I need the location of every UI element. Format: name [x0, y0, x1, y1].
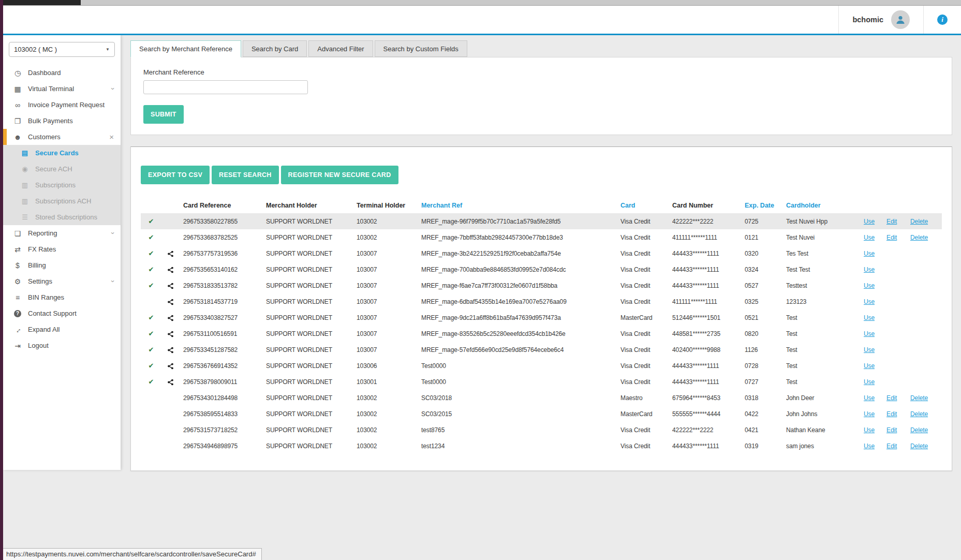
table-row: ✔ 2967538595514833 SUPPORT WORLDNET 1030… — [141, 406, 942, 422]
merchant-reference-input[interactable] — [143, 80, 308, 94]
use-link[interactable]: Use — [864, 218, 875, 225]
col-card[interactable]: Card — [620, 202, 672, 209]
app-header: bchomic i — [3, 5, 961, 35]
col-card-number: Card Number — [672, 202, 745, 209]
cell-merchant-holder: SUPPORT WORLDNET — [266, 298, 357, 305]
tab-search-by-card[interactable]: Search by Card — [243, 40, 307, 57]
avatar — [891, 10, 910, 29]
subscriptions-ach-icon: ▥ — [19, 197, 31, 205]
use-link[interactable]: Use — [864, 394, 875, 402]
sidebar-item[interactable]: ☰ Stored Subscriptions › × — [3, 209, 121, 225]
sidebar-item[interactable]: ☻ Customers › × — [3, 129, 121, 145]
use-link[interactable]: Use — [864, 266, 875, 273]
use-link[interactable]: Use — [864, 282, 875, 289]
cell-card-reference: 2967537757319536 — [179, 250, 266, 257]
sidebar-item[interactable]: ▥ Subscriptions ACH › × — [3, 193, 121, 209]
delete-link[interactable]: Delete — [910, 218, 928, 225]
cell-merchant-holder: SUPPORT WORLDNET — [266, 426, 357, 434]
register-new-secure-card-button[interactable]: REGISTER NEW SECURE CARD — [281, 166, 398, 184]
tab-advanced-filter[interactable]: Advanced Filter — [308, 40, 373, 57]
sidebar-item[interactable]: $ Billing › × — [3, 257, 121, 273]
edit-link[interactable]: Edit — [886, 234, 897, 241]
cell-exp-date: 0422 — [745, 410, 786, 418]
reset-search-button[interactable]: RESET SEARCH — [212, 166, 279, 184]
cell-exp-date: 0319 — [745, 443, 786, 450]
sidebar-item[interactable]: ❐ Bulk Payments › × — [3, 113, 121, 129]
sidebar-item[interactable]: ↔ Expand All › × — [3, 321, 121, 337]
col-card-reference: Card Reference — [179, 202, 266, 209]
col-merchant-ref[interactable]: Merchant Ref — [421, 202, 620, 209]
sidebar-item[interactable]: ? Contact Support › × — [3, 305, 121, 321]
col-exp-date[interactable]: Exp. Date — [745, 202, 786, 209]
sidebar-item[interactable]: ▥ Subscriptions › × — [3, 177, 121, 193]
close-icon[interactable]: × — [109, 132, 114, 141]
cell-card-reference: 2967538595514833 — [179, 410, 266, 418]
use-link[interactable]: Use — [864, 426, 875, 434]
cell-exp-date: 0325 — [745, 298, 786, 305]
use-link[interactable]: Use — [864, 346, 875, 353]
delete-link[interactable]: Delete — [910, 410, 928, 418]
sidebar-item[interactable]: ◷ Dashboard › × — [3, 65, 121, 81]
sidebar-item[interactable]: ≡ BIN Ranges › × — [3, 289, 121, 305]
window-edge-strip — [0, 0, 3, 560]
cell-cardholder: Test — [786, 346, 864, 353]
use-link[interactable]: Use — [864, 298, 875, 305]
cell-card-number: 444433******1111 — [672, 282, 745, 289]
row-share-icon — [161, 266, 179, 273]
use-link[interactable]: Use — [864, 250, 875, 257]
cell-card-number: 444433******1111 — [672, 443, 745, 450]
user-menu[interactable]: bchomic — [838, 5, 923, 34]
logout-icon: ⇥ — [12, 342, 23, 350]
use-link[interactable]: Use — [864, 443, 875, 450]
row-share-icon — [161, 314, 179, 321]
cell-merchant-ref: MREF_mage-700abba9e8846853fd09952e7d084c… — [421, 266, 620, 273]
sidebar-item-label: Subscriptions — [35, 181, 113, 189]
edit-link[interactable]: Edit — [886, 218, 897, 225]
sidebar-item[interactable]: ∞ Invoice Payment Request › × — [3, 97, 121, 113]
sidebar-item-label: Dashboard — [28, 69, 113, 77]
delete-link[interactable]: Delete — [910, 394, 928, 402]
invoice-payment-request-icon: ∞ — [12, 101, 23, 109]
cell-card-type: Visa Credit — [620, 234, 672, 241]
sidebar-item[interactable]: ▤ Secure Cards › × — [3, 145, 121, 161]
cell-merchant-holder: SUPPORT WORLDNET — [266, 282, 357, 289]
edit-link[interactable]: Edit — [886, 443, 897, 450]
sidebar-item[interactable]: ◉ Secure ACH › × — [3, 161, 121, 177]
use-link[interactable]: Use — [864, 410, 875, 418]
table-row: ✔ 2967531833513782 SUPPORT WORLDNET 1030… — [141, 277, 942, 293]
submit-button[interactable]: SUBMIT — [143, 105, 184, 124]
cell-cardholder: Test — [786, 330, 864, 337]
sidebar-item[interactable]: ⇥ Logout › × — [3, 337, 121, 353]
col-cardholder[interactable]: Cardholder — [786, 202, 864, 209]
info-icon[interactable]: i — [937, 14, 948, 25]
edit-link[interactable]: Edit — [886, 410, 897, 418]
use-link[interactable]: Use — [864, 234, 875, 241]
delete-link[interactable]: Delete — [910, 234, 928, 241]
cell-merchant-holder: SUPPORT WORLDNET — [266, 250, 357, 257]
info-menu[interactable]: i — [923, 5, 961, 34]
merchant-selector[interactable]: 103002 ( MC ) ▼ — [9, 42, 115, 57]
export-csv-button[interactable]: EXPORT TO CSV — [141, 166, 210, 184]
sidebar-item[interactable]: ❏ Reporting › × — [3, 225, 121, 241]
use-link[interactable]: Use — [864, 314, 875, 321]
use-link[interactable]: Use — [864, 330, 875, 337]
sidebar-item[interactable]: ⚙ Settings › × — [3, 273, 121, 289]
edit-link[interactable]: Edit — [886, 426, 897, 434]
cell-merchant-ref: MREF_mage-7bbff53fabb29824457300e77bb18d… — [421, 234, 620, 241]
use-link[interactable]: Use — [864, 378, 875, 386]
row-check-icon: ✔ — [141, 346, 161, 353]
use-link[interactable]: Use — [864, 362, 875, 370]
tab-search-by-custom-fields[interactable]: Search by Custom Fields — [375, 40, 467, 57]
tab-search-by-merchant-reference[interactable]: Search by Merchant Reference — [130, 40, 241, 57]
sidebar-item[interactable]: ⇄ FX Rates › × — [3, 241, 121, 257]
delete-link[interactable]: Delete — [910, 426, 928, 434]
delete-link[interactable]: Delete — [910, 443, 928, 450]
cell-card-type: Visa Credit — [620, 218, 672, 225]
cell-card-reference: 2967534301284498 — [179, 394, 266, 402]
cell-card-reference: 2967531833513782 — [179, 282, 266, 289]
dashboard-icon: ◷ — [12, 69, 23, 77]
cell-cardholder: Test Nuvei — [786, 234, 864, 241]
table-row: ✔ 2967531573718252 SUPPORT WORLDNET 1030… — [141, 422, 942, 438]
sidebar-item[interactable]: ▦ Virtual Terminal › × — [3, 81, 121, 97]
edit-link[interactable]: Edit — [886, 394, 897, 402]
